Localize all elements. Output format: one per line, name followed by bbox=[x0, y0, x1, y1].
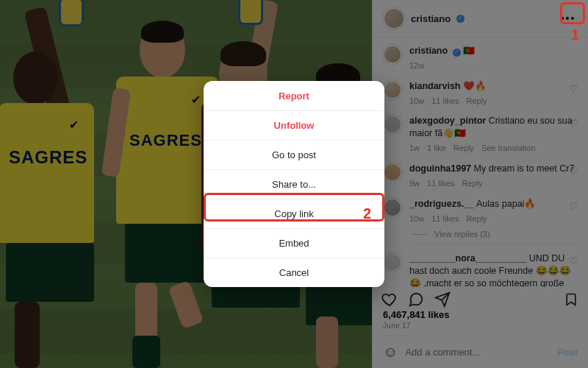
modal-overlay[interactable]: Report Unfollow Go to post Share to... C… bbox=[0, 0, 588, 368]
modal-go-to-post[interactable]: Go to post bbox=[204, 140, 384, 169]
options-modal: Report Unfollow Go to post Share to... C… bbox=[204, 81, 384, 287]
modal-share-to[interactable]: Share to... bbox=[204, 169, 384, 199]
modal-embed[interactable]: Embed bbox=[204, 228, 384, 258]
modal-copy-link[interactable]: Copy link 2 bbox=[204, 199, 384, 228]
annotation-step-2: 2 bbox=[363, 205, 371, 222]
modal-cancel[interactable]: Cancel bbox=[204, 258, 384, 287]
modal-unfollow[interactable]: Unfollow bbox=[204, 110, 384, 140]
modal-copy-link-label: Copy link bbox=[274, 208, 313, 219]
modal-report[interactable]: Report bbox=[204, 81, 384, 110]
annotation-step-1: 1 bbox=[571, 26, 579, 43]
